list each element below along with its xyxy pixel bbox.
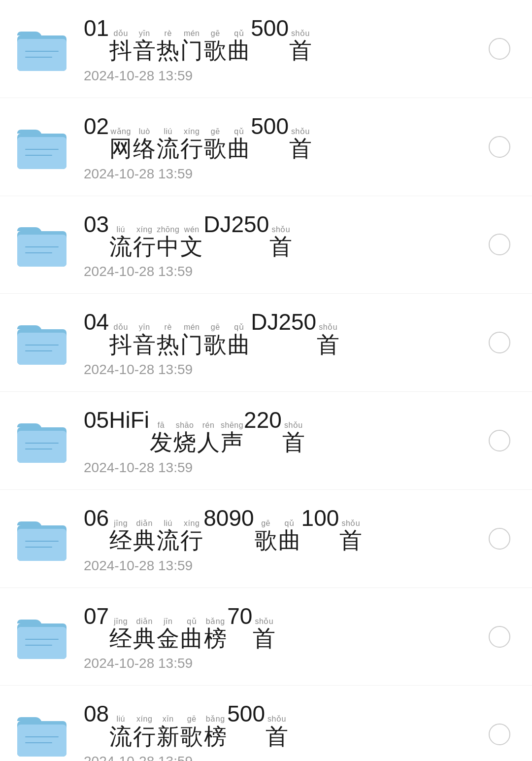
item-title: 07jīng经diǎn典jīn金qǔ曲bǎng榜70shǒu首	[84, 602, 477, 651]
item-date: 2024-10-28 13:59	[84, 656, 477, 671]
list-item[interactable]: 05HiFifā发shāo烧rén人shēng声220shǒu首2024-10-…	[0, 392, 532, 490]
item-date: 2024-10-28 13:59	[84, 68, 477, 84]
item-date: 2024-10-28 13:59	[84, 264, 477, 279]
svg-rect-5	[17, 137, 66, 169]
item-title: 01dǒu抖yīn音rè热mén门gē歌qǔ曲500shǒu首	[84, 14, 477, 63]
list-item[interactable]: 02wǎng网luò络liú流xíng行gē歌qǔ曲500shǒu首2024-1…	[0, 98, 532, 196]
svg-rect-29	[17, 725, 66, 757]
list-item[interactable]: 06jīng经diǎn典liú流xíng行8090gē歌qǔ曲100shǒu首2…	[0, 490, 532, 588]
item-content: 03liú流xíng行zhōng中wén文DJ250shǒu首2024-10-2…	[84, 210, 477, 280]
item-content: 05HiFifā发shāo烧rén人shēng声220shǒu首2024-10-…	[84, 406, 477, 476]
item-title: 08liú流xíng行xīn新gē歌bǎng榜500shǒu首	[84, 699, 477, 749]
item-content: 06jīng经diǎn典liú流xíng行8090gē歌qǔ曲100shǒu首2…	[84, 504, 477, 574]
radio-circle	[489, 430, 510, 451]
item-content: 08liú流xíng行xīn新gē歌bǎng榜500shǒu首2024-10-2…	[84, 699, 477, 761]
list-item[interactable]: 07jīng经diǎn典jīn金qǔ曲bǎng榜70shǒu首2024-10-2…	[0, 588, 532, 686]
radio-circle	[489, 724, 510, 745]
folder-icon	[15, 414, 69, 468]
item-date: 2024-10-28 13:59	[84, 362, 477, 378]
item-title: 06jīng经diǎn典liú流xíng行8090gē歌qǔ曲100shǒu首	[84, 504, 477, 553]
radio-button[interactable]	[487, 36, 512, 62]
item-content: 01dǒu抖yīn音rè热mén门gē歌qǔ曲500shǒu首2024-10-2…	[84, 14, 477, 84]
radio-button[interactable]	[487, 134, 512, 160]
item-date: 2024-10-28 13:59	[84, 558, 477, 574]
item-title: 05HiFifā发shāo烧rén人shēng声220shǒu首	[84, 406, 477, 455]
item-title: 04dǒu抖yīn音rè热mén门gē歌qǔ曲DJ250shǒu首	[84, 308, 477, 357]
list-item[interactable]: 08liú流xíng行xīn新gē歌bǎng榜500shǒu首2024-10-2…	[0, 686, 532, 761]
folder-icon	[15, 610, 69, 664]
svg-rect-21	[17, 529, 66, 561]
folder-icon	[15, 512, 69, 566]
item-content: 04dǒu抖yīn音rè热mén门gē歌qǔ曲DJ250shǒu首2024-10…	[84, 308, 477, 378]
radio-circle	[489, 234, 510, 255]
list-item[interactable]: 03liú流xíng行zhōng中wén文DJ250shǒu首2024-10-2…	[0, 196, 532, 294]
svg-rect-9	[17, 235, 66, 267]
item-date: 2024-10-28 13:59	[84, 166, 477, 182]
radio-button[interactable]	[487, 722, 512, 747]
svg-rect-13	[17, 333, 66, 365]
folder-icon	[15, 22, 69, 76]
item-content: 07jīng经diǎn典jīn金qǔ曲bǎng榜70shǒu首2024-10-2…	[84, 602, 477, 672]
radio-button[interactable]	[487, 232, 512, 257]
radio-button[interactable]	[487, 330, 512, 355]
radio-circle	[489, 136, 510, 158]
radio-button[interactable]	[487, 428, 512, 453]
folder-icon	[15, 315, 69, 370]
radio-circle	[489, 626, 510, 648]
folder-icon	[15, 217, 69, 272]
item-date: 2024-10-28 13:59	[84, 754, 477, 761]
radio-button[interactable]	[487, 526, 512, 552]
radio-circle	[489, 528, 510, 550]
item-date: 2024-10-28 13:59	[84, 460, 477, 476]
svg-rect-17	[17, 431, 66, 463]
svg-rect-25	[17, 627, 66, 659]
svg-rect-1	[17, 39, 66, 71]
file-list: 01dǒu抖yīn音rè热mén门gē歌qǔ曲500shǒu首2024-10-2…	[0, 0, 532, 761]
radio-circle	[489, 332, 510, 353]
list-item[interactable]: 01dǒu抖yīn音rè热mén门gē歌qǔ曲500shǒu首2024-10-2…	[0, 0, 532, 98]
folder-icon	[15, 120, 69, 174]
radio-circle	[489, 38, 510, 60]
item-title: 02wǎng网luò络liú流xíng行gē歌qǔ曲500shǒu首	[84, 112, 477, 161]
item-title: 03liú流xíng行zhōng中wén文DJ250shǒu首	[84, 210, 477, 259]
list-item[interactable]: 04dǒu抖yīn音rè热mén门gē歌qǔ曲DJ250shǒu首2024-10…	[0, 294, 532, 392]
folder-icon	[15, 707, 69, 761]
item-content: 02wǎng网luò络liú流xíng行gē歌qǔ曲500shǒu首2024-1…	[84, 112, 477, 182]
radio-button[interactable]	[487, 624, 512, 650]
